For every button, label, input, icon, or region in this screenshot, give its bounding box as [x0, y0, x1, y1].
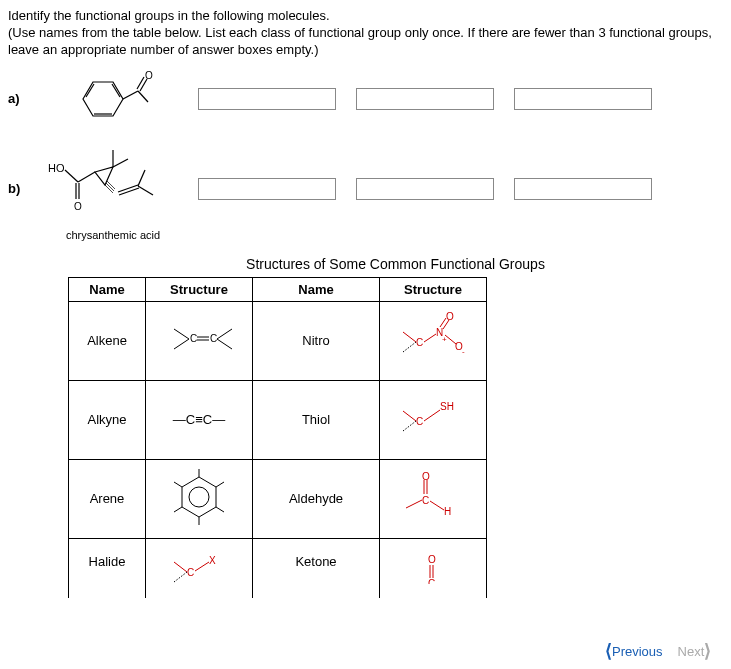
svg-line-34	[403, 342, 416, 352]
molecule-a-svg: O	[68, 69, 158, 129]
svg-text:O: O	[446, 312, 454, 322]
svg-line-24	[138, 170, 145, 186]
next-button[interactable]: Next ⟩	[678, 640, 712, 650]
svg-line-66	[174, 572, 187, 582]
struct-arene	[146, 459, 253, 538]
svg-text:H: H	[444, 506, 451, 517]
svg-line-53	[216, 507, 224, 512]
struct-alkyne: —C≡C—	[146, 380, 253, 459]
svg-text:X: X	[209, 555, 216, 566]
svg-line-4	[123, 91, 138, 99]
molecule-b-svg: HO O	[43, 137, 183, 227]
question-a-row: a) O	[8, 69, 723, 129]
svg-line-33	[403, 332, 416, 342]
answer-a-1[interactable]	[198, 88, 336, 110]
molecule-b: HO O chrysanthemic acid	[38, 137, 188, 241]
th-name1: Name	[69, 277, 146, 301]
svg-line-10	[65, 170, 78, 182]
svg-line-58	[406, 500, 422, 508]
cell-arene: Arene	[69, 459, 146, 538]
svg-line-26	[174, 339, 189, 349]
molecule-b-caption: chrysanthemic acid	[66, 229, 160, 241]
svg-line-45	[403, 411, 416, 421]
svg-text:C: C	[187, 567, 194, 578]
table-title: Structures of Some Common Functional Gro…	[8, 256, 723, 272]
svg-point-57	[189, 487, 209, 507]
svg-line-65	[174, 562, 187, 572]
cell-ketone: Ketone	[253, 538, 380, 598]
svg-line-22	[119, 188, 139, 195]
svg-text:-: -	[462, 347, 465, 356]
instructions-text: Identify the functional groups in the fo…	[8, 8, 723, 59]
svg-text:C: C	[210, 333, 217, 344]
svg-line-21	[118, 185, 138, 192]
svg-text:C: C	[416, 337, 423, 348]
svg-marker-0	[83, 82, 123, 116]
svg-text:O: O	[74, 201, 82, 212]
svg-text:C: C	[190, 333, 197, 344]
answer-b-3[interactable]	[514, 178, 652, 200]
svg-text:O: O	[428, 554, 436, 565]
struct-thiol: CSH	[380, 380, 487, 459]
svg-line-36	[424, 334, 436, 342]
struct-nitro: CN+OO-	[380, 301, 487, 380]
th-name2: Name	[253, 277, 380, 301]
svg-text:HO: HO	[48, 162, 65, 174]
svg-line-17	[113, 159, 128, 167]
molecule-a: O	[38, 69, 188, 129]
svg-line-68	[195, 562, 209, 571]
next-label: Next	[678, 644, 705, 650]
struct-ketone: OC	[380, 538, 487, 598]
answer-b-1[interactable]	[198, 178, 336, 200]
struct-halide: CX	[146, 538, 253, 598]
struct-aldehyde: COH	[380, 459, 487, 538]
svg-line-56	[174, 482, 182, 487]
chevron-right-icon: ⟩	[704, 640, 711, 650]
svg-line-48	[424, 410, 440, 421]
answer-a-2[interactable]	[356, 88, 494, 110]
svg-line-31	[217, 329, 232, 339]
cell-alkyne: Alkyne	[69, 380, 146, 459]
question-a-label: a)	[8, 91, 28, 106]
cell-nitro: Nitro	[253, 301, 380, 380]
svg-line-52	[216, 482, 224, 487]
svg-text:C: C	[422, 495, 429, 506]
svg-marker-50	[182, 477, 216, 517]
cell-alkene: Alkene	[69, 301, 146, 380]
question-b-row: b) HO O chrysanthemic acid	[8, 137, 723, 241]
chevron-left-icon: ⟨	[605, 640, 612, 650]
th-struct1: Structure	[146, 277, 253, 301]
svg-text:C: C	[416, 416, 423, 427]
previous-label: Previous	[612, 644, 663, 650]
question-b-label: b)	[8, 181, 28, 196]
functional-groups-table: Name Structure Name Structure Alkene CC …	[68, 277, 487, 598]
answer-a-3[interactable]	[514, 88, 652, 110]
previous-button[interactable]: ⟨ Previous	[605, 640, 663, 650]
svg-line-32	[217, 339, 232, 349]
th-struct2: Structure	[380, 277, 487, 301]
cell-thiol: Thiol	[253, 380, 380, 459]
svg-line-25	[174, 329, 189, 339]
svg-text:O: O	[145, 70, 153, 81]
svg-line-63	[430, 501, 444, 510]
svg-line-8	[138, 91, 148, 102]
svg-line-46	[403, 421, 416, 431]
svg-text:C: C	[428, 578, 435, 584]
svg-line-14	[78, 172, 95, 182]
svg-text:O: O	[422, 471, 430, 482]
svg-line-5	[137, 77, 144, 89]
svg-text:SH: SH	[440, 401, 454, 412]
cell-aldehyde: Aldehyde	[253, 459, 380, 538]
cell-halide: Halide	[69, 538, 146, 598]
svg-line-23	[138, 186, 153, 195]
nav-buttons: ⟨ Previous Next ⟩	[605, 640, 711, 650]
answer-b-2[interactable]	[356, 178, 494, 200]
svg-marker-15	[95, 167, 113, 185]
svg-line-55	[174, 507, 182, 512]
struct-alkene: CC	[146, 301, 253, 380]
